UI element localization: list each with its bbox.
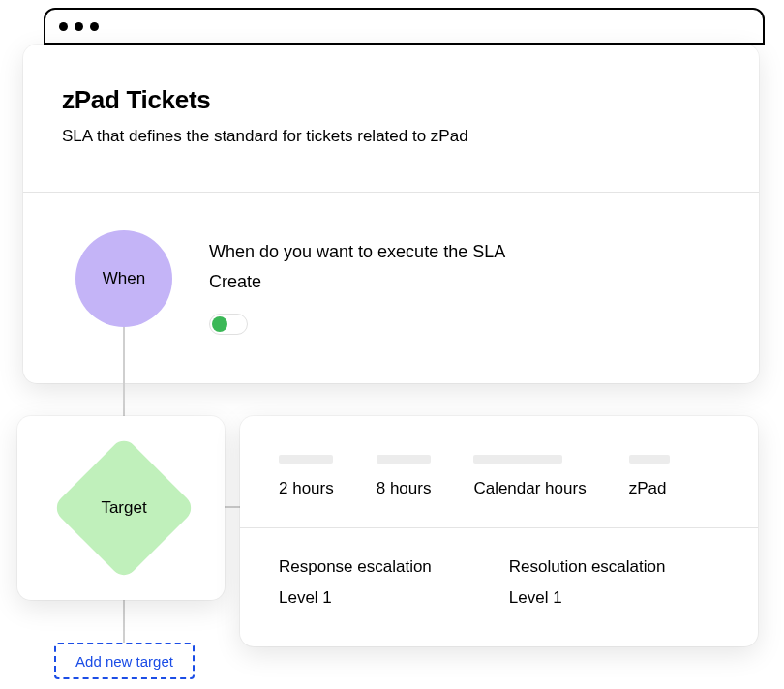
resolution-escalation-col: Resolution escalation Level 1	[509, 557, 666, 608]
metric-col: 8 hours	[377, 455, 432, 498]
add-new-target-label: Add new target	[75, 653, 173, 670]
target-detail-card: 2 hours 8 hours Calendar hours zPad Resp…	[240, 416, 758, 646]
page-subtitle: SLA that defines the standard for ticket…	[62, 127, 720, 146]
target-node-label: Target	[73, 457, 175, 559]
when-content: When do you want to execute the SLA Crea…	[209, 242, 505, 335]
resolution-escalation-title: Resolution escalation	[509, 557, 666, 577]
add-new-target-button[interactable]: Add new target	[54, 643, 195, 679]
toggle-knob	[212, 316, 227, 332]
metric-col: 2 hours	[279, 455, 334, 498]
target-metrics-row: 2 hours 8 hours Calendar hours zPad	[240, 416, 758, 527]
divider	[23, 192, 759, 193]
skeleton	[473, 455, 562, 464]
browser-dot	[90, 22, 99, 31]
response-escalation-title: Response escalation	[279, 557, 432, 577]
resolution-escalation-level: Level 1	[509, 588, 666, 608]
when-node[interactable]: When	[75, 230, 172, 327]
browser-dot	[75, 22, 83, 31]
skeleton	[279, 455, 333, 464]
when-value: Create	[209, 272, 505, 292]
metric-value: Calendar hours	[473, 479, 586, 498]
response-escalation-col: Response escalation Level 1	[279, 557, 432, 608]
metric-value: 2 hours	[279, 479, 334, 498]
metric-col: Calendar hours	[473, 455, 586, 498]
metric-value: zPad	[629, 479, 670, 498]
metric-col: zPad	[629, 455, 670, 498]
escalation-row: Response escalation Level 1 Resolution e…	[240, 528, 758, 608]
when-node-label: When	[103, 269, 145, 288]
when-question: When do you want to execute the SLA	[209, 242, 505, 262]
skeleton	[629, 455, 670, 464]
page-title: zPad Tickets	[62, 85, 720, 115]
browser-frame	[44, 8, 765, 45]
response-escalation-level: Level 1	[279, 588, 432, 608]
sla-toggle[interactable]	[209, 314, 248, 335]
browser-dot	[59, 22, 68, 31]
skeleton	[377, 455, 431, 464]
metric-value: 8 hours	[377, 479, 432, 498]
